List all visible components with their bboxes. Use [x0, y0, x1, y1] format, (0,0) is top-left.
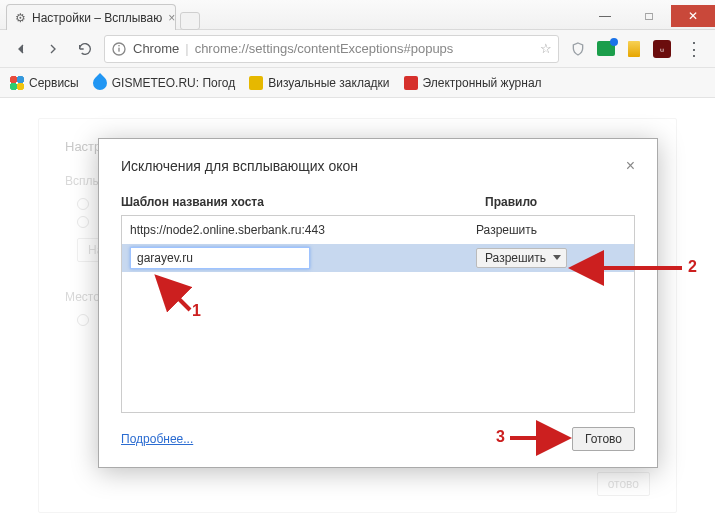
browser-tab[interactable]: ⚙ Настройки – Всплываю × [6, 4, 176, 30]
drop-icon [90, 73, 110, 93]
arrow-left-icon [13, 41, 29, 57]
apps-icon [10, 76, 24, 90]
journal-icon [404, 76, 418, 90]
row-host: https://node2.online.sberbank.ru:443 [130, 223, 476, 237]
extension-shield-icon[interactable] [569, 40, 587, 58]
reload-button[interactable] [72, 36, 98, 62]
column-host-header: Шаблон названия хоста [121, 195, 485, 209]
host-input[interactable] [130, 247, 310, 269]
annotation-2: 2 [688, 258, 697, 276]
minimize-button[interactable]: — [583, 5, 627, 27]
apps-bookmark[interactable]: Сервисы [10, 76, 79, 90]
modal-close-button[interactable]: × [626, 157, 635, 175]
annotation-1: 1 [192, 302, 201, 320]
extension-bookmark-icon[interactable] [625, 40, 643, 58]
back-button[interactable] [8, 36, 34, 62]
arrow-right-icon [45, 41, 61, 57]
done-button[interactable]: Готово [572, 427, 635, 451]
row-rule: Разрешить [476, 223, 626, 237]
omnibox[interactable]: Chrome | chrome://settings/contentExcept… [104, 35, 559, 63]
exceptions-modal: Исключения для всплывающих окон × Шаблон… [98, 138, 658, 468]
modal-title: Исключения для всплывающих окон [121, 158, 358, 174]
omnibox-url: chrome://settings/contentExceptions#popu… [195, 41, 534, 56]
apps-label: Сервисы [29, 76, 79, 90]
bookmark-star-icon[interactable]: ☆ [540, 41, 552, 56]
maximize-button[interactable]: □ [627, 5, 671, 27]
extension-inbox-icon[interactable] [597, 40, 615, 58]
svg-rect-1 [118, 47, 119, 51]
column-rule-header: Правило [485, 195, 635, 209]
learn-more-link[interactable]: Подробнее... [121, 432, 193, 446]
bookmark-visual[interactable]: Визуальные закладки [249, 76, 389, 90]
rule-select[interactable]: Разрешить [476, 248, 567, 268]
table-row-editing[interactable]: Разрешить [122, 244, 634, 272]
omnibox-label: Chrome [133, 41, 179, 56]
annotation-3: 3 [496, 428, 505, 446]
new-tab-button[interactable] [180, 12, 200, 30]
tab-title: Настройки – Всплываю [32, 11, 162, 25]
tab-close-icon[interactable]: × [168, 11, 175, 25]
gear-icon: ⚙ [15, 11, 26, 25]
forward-button[interactable] [40, 36, 66, 62]
reload-icon [77, 41, 93, 57]
bookmark-gismeteo[interactable]: GISMETEO.RU: Погод [93, 76, 236, 90]
extension-ublock-icon[interactable]: ᵤ [653, 40, 671, 58]
menu-button[interactable]: ⋮ [681, 38, 707, 60]
svg-rect-2 [118, 45, 119, 46]
bookmark-journal[interactable]: Электронный журнал [404, 76, 542, 90]
bookmark-icon [249, 76, 263, 90]
close-window-button[interactable]: ✕ [671, 5, 715, 27]
table-row[interactable]: https://node2.online.sberbank.ru:443 Раз… [122, 216, 634, 244]
info-icon [111, 41, 127, 57]
